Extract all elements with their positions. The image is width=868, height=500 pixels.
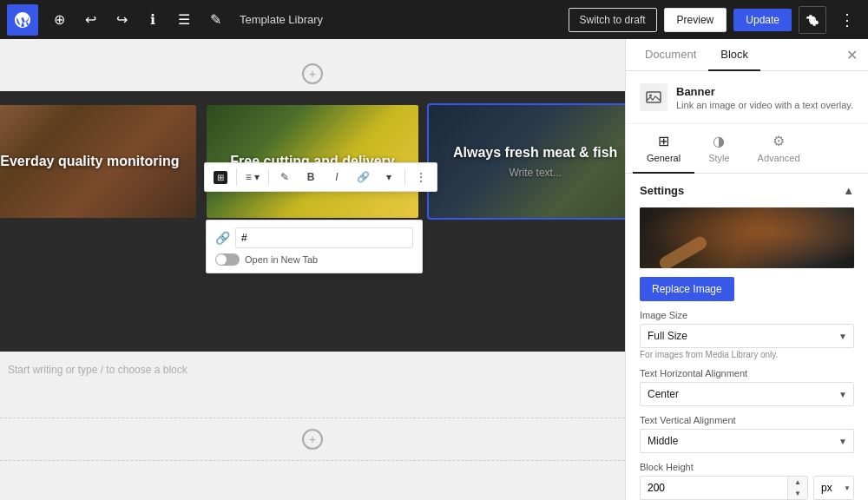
image-size-select-wrap: Full Size Large Medium Thumbnail ▼ xyxy=(640,324,854,348)
topbar-right: Switch to draft Preview Update ⋮ xyxy=(569,6,861,34)
image-thumb xyxy=(640,207,854,268)
add-block-top-area: + xyxy=(0,56,625,91)
link-button[interactable]: 🔗 xyxy=(351,165,375,189)
general-icon: ⊞ xyxy=(658,133,669,149)
text-h-align-select[interactable]: Left Center Right xyxy=(640,382,854,406)
banner-item-2[interactable]: Free cutting and delivery xyxy=(207,105,419,218)
text-v-align-select-wrap: Top Middle Bottom ▼ xyxy=(640,429,854,453)
link-popup: 🔗 Open in New Tab xyxy=(206,220,423,273)
image-size-label: Image Size xyxy=(640,310,854,320)
advanced-icon: ⚙ xyxy=(773,133,785,149)
spacer xyxy=(0,385,625,411)
banner-overlay-2: Free cutting and delivery xyxy=(207,105,419,218)
text-v-align-select[interactable]: Top Middle Bottom xyxy=(640,429,854,453)
sub-tab-general[interactable]: ⊞ General xyxy=(633,124,694,174)
banner-item-1[interactable]: Everday quality monitoring xyxy=(0,105,196,218)
toolbar-separator xyxy=(236,168,237,186)
banner-text-3: Always fresh meat & fish xyxy=(453,144,617,162)
add-block-bottom-area: + xyxy=(0,418,625,461)
link-popup-row: 🔗 xyxy=(215,227,413,248)
height-input-wrap: ▲ ▼ xyxy=(640,476,808,500)
switch-draft-button[interactable]: Switch to draft xyxy=(569,8,657,32)
height-spin-up-button[interactable]: ▲ xyxy=(788,477,807,488)
topbar-left: ⊕ ↩ ↪ ℹ ☰ ✎ Template Library xyxy=(7,4,323,36)
sub-tabs: ⊞ General ◑ Style ⚙ Advanced xyxy=(626,124,868,174)
banner-overlay-3: Always fresh meat & fish Write text... xyxy=(429,105,625,218)
editor-inner: + ⊞ ≡ ▾ ✎ B I 🔗 ▾ ⋮ xyxy=(0,39,625,496)
sub-tab-general-label: General xyxy=(647,153,681,163)
tab-block[interactable]: Block xyxy=(708,39,760,71)
image-size-note: For images from Media Library only. xyxy=(640,350,854,359)
update-button[interactable]: Update xyxy=(733,9,792,31)
image-size-select[interactable]: Full Size Large Medium Thumbnail xyxy=(640,324,854,348)
block-toolbar: ⊞ ≡ ▾ ✎ B I 🔗 ▾ ⋮ xyxy=(204,162,437,192)
settings-title: Settings xyxy=(640,184,684,197)
add-block-placeholder-row: + Start writing or type / to choose a bl… xyxy=(0,355,625,385)
preview-button[interactable]: Preview xyxy=(664,8,727,32)
toggle-knob xyxy=(216,254,227,265)
block-height-input[interactable] xyxy=(641,477,787,499)
add-block-topbar-button[interactable]: ⊕ xyxy=(45,6,73,34)
panel-banner-info: Banner Link an image or video with a tex… xyxy=(626,71,868,124)
settings-header: Settings ▲ xyxy=(640,184,854,197)
block-badge: ⊞ xyxy=(214,171,227,184)
link-popup-icon: 🔗 xyxy=(215,231,230,245)
height-spinner: ▲ ▼ xyxy=(787,477,807,499)
main-layout: + ⊞ ≡ ▾ ✎ B I 🔗 ▾ ⋮ xyxy=(0,39,868,500)
text-h-align-select-wrap: Left Center Right ▼ xyxy=(640,382,854,406)
banner-title: Banner xyxy=(676,85,853,98)
more-options-button[interactable]: ⋮ xyxy=(833,6,861,34)
panel-close-button[interactable]: ✕ xyxy=(843,43,861,67)
svg-rect-0 xyxy=(647,92,661,102)
toolbar-separator-2 xyxy=(268,168,269,186)
settings-chevron-icon[interactable]: ▲ xyxy=(843,184,854,197)
sub-tab-style-label: Style xyxy=(708,153,729,163)
tab-document[interactable]: Document xyxy=(633,39,708,71)
settings-section: Settings ▲ Replace Image Image Size Full… xyxy=(626,174,868,500)
banner-info-text: Banner Link an image or video with a tex… xyxy=(676,85,853,110)
list-view-button[interactable]: ☰ xyxy=(170,6,198,34)
right-panel: Document Block ✕ Banner Link an image or… xyxy=(625,39,868,500)
text-v-align-label: Text Vertical Alignment xyxy=(640,415,854,425)
topbar: ⊕ ↩ ↪ ℹ ☰ ✎ Template Library Switch to d… xyxy=(0,0,868,39)
edit-icon-button[interactable]: ✎ xyxy=(273,165,297,189)
block-height-label: Block Height xyxy=(640,462,854,472)
height-spin-down-button[interactable]: ▼ xyxy=(788,488,807,499)
italic-button[interactable]: I xyxy=(325,165,349,189)
wp-logo xyxy=(7,4,38,36)
replace-image-button[interactable]: Replace Image xyxy=(640,277,734,301)
unit-select[interactable]: px % em xyxy=(813,476,854,500)
editor-title: Template Library xyxy=(240,13,323,26)
sub-tab-style[interactable]: ◑ Style xyxy=(694,124,743,174)
banner-text-1: Everday quality monitoring xyxy=(0,153,179,171)
panel-tabs: Document Block ✕ xyxy=(626,39,868,71)
banner-overlay-1: Everday quality monitoring xyxy=(0,105,196,218)
banners-row: Everday quality monitoring Free cutting … xyxy=(0,91,625,232)
edit-button[interactable]: ✎ xyxy=(201,6,229,34)
add-block-top-button[interactable]: + xyxy=(302,63,323,84)
link-popup-bottom: Open in New Tab xyxy=(215,253,413,266)
link-input[interactable] xyxy=(235,227,413,248)
more-button[interactable]: ⋮ xyxy=(409,165,433,189)
editor-area: + ⊞ ≡ ▾ ✎ B I 🔗 ▾ ⋮ xyxy=(0,39,625,500)
redo-button[interactable]: ↪ xyxy=(108,6,135,34)
svg-point-1 xyxy=(649,95,652,97)
toolbar-separator-3 xyxy=(404,168,405,186)
open-new-tab-label: Open in New Tab xyxy=(245,254,318,265)
settings-button[interactable] xyxy=(799,6,826,34)
block-type-button[interactable]: ⊞ xyxy=(208,165,233,189)
open-new-tab-toggle[interactable] xyxy=(215,253,240,266)
banner-block[interactable]: ⊞ ≡ ▾ ✎ B I 🔗 ▾ ⋮ xyxy=(0,91,625,352)
align-button[interactable]: ≡ ▾ xyxy=(240,165,265,189)
style-icon: ◑ xyxy=(713,133,725,149)
text-h-align-label: Text Horizontal Alignment xyxy=(640,368,854,378)
bold-button[interactable]: B xyxy=(299,165,323,189)
sub-tab-advanced-label: Advanced xyxy=(758,153,800,163)
dropdown-button[interactable]: ▾ xyxy=(377,165,401,189)
sub-tab-advanced[interactable]: ⚙ Advanced xyxy=(744,124,814,174)
add-block-bottom-button[interactable]: + xyxy=(302,429,323,450)
undo-button[interactable]: ↩ xyxy=(76,6,104,34)
banner-subtext-3: Write text... xyxy=(509,167,561,179)
banner-item-3[interactable]: Always fresh meat & fish Write text... ⠿ xyxy=(429,105,625,218)
info-button[interactable]: ℹ xyxy=(139,6,167,34)
